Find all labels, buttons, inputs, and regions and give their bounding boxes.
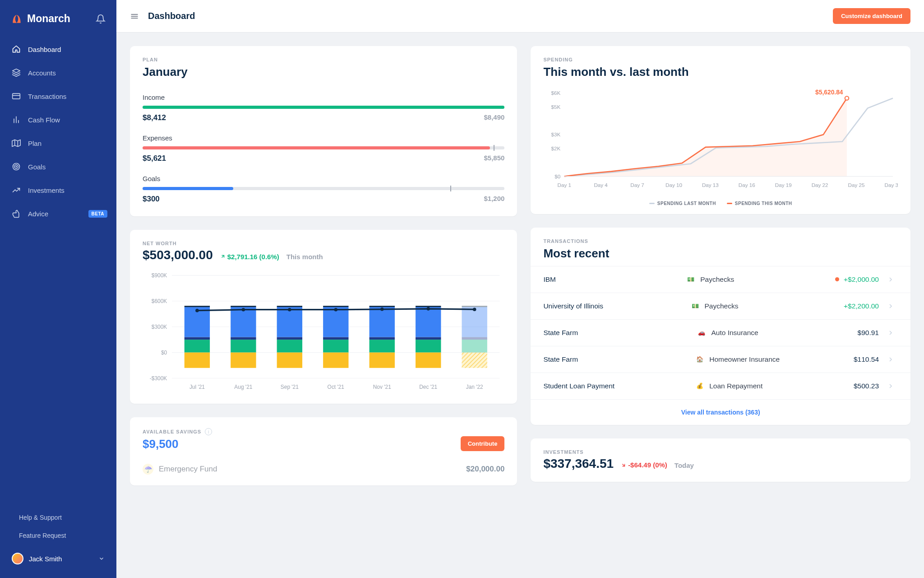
investments-label: INVESTMENTS	[543, 449, 898, 455]
chevron-down-icon	[98, 555, 105, 562]
transaction-row[interactable]: IBM 💵Paychecks +$2,000.00	[531, 266, 910, 293]
svg-rect-36	[231, 337, 256, 340]
networth-amount: $503,000.00	[143, 248, 213, 262]
transactions-label: TRANSACTIONS	[543, 238, 898, 244]
savings-label: AVAILABLE SAVINGS	[143, 429, 201, 434]
svg-rect-48	[323, 337, 348, 340]
svg-rect-50	[323, 306, 348, 307]
plan-row-expenses[interactable]: Expenses $5,621$5,850	[143, 125, 504, 166]
spending-label: SPENDING	[543, 57, 898, 62]
svg-rect-33	[185, 353, 210, 368]
svg-text:-$300K: -$300K	[150, 375, 167, 382]
savings-card: AVAILABLE SAVINGS i $9,500 Contribute ☂️…	[130, 417, 517, 485]
sidebar-item-label: Feature Request	[19, 532, 66, 539]
emergency-fund-row[interactable]: ☂️ Emergency Fund $20,000.00	[143, 464, 504, 475]
investments-card: INVESTMENTS $337,364.51 -$64.49 (0%) Tod…	[531, 438, 910, 482]
beta-badge: BETA	[88, 210, 107, 218]
svg-rect-57	[370, 353, 395, 368]
plan-target: $1,200	[484, 195, 505, 204]
transaction-amount: $500.23	[854, 382, 879, 390]
transaction-amount: $110.54	[854, 355, 879, 364]
sidebar-item-advice[interactable]: AdviceBETA	[5, 203, 112, 224]
transaction-category: 💵Paychecks	[686, 275, 827, 284]
info-icon[interactable]: i	[205, 428, 212, 435]
layers-icon	[12, 68, 21, 77]
svg-text:Day 4: Day 4	[594, 182, 608, 188]
plan-row-label: Goals	[143, 175, 504, 182]
contribute-button[interactable]: Contribute	[461, 436, 505, 451]
transactions-card: TRANSACTIONS Most recent IBM 💵Paychecks …	[531, 228, 910, 425]
svg-text:Aug '21: Aug '21	[234, 384, 252, 390]
svg-text:Dec '21: Dec '21	[419, 384, 437, 390]
transaction-row[interactable]: University of Illinois 💵Paychecks +$2,20…	[531, 293, 910, 319]
svg-rect-54	[370, 337, 395, 340]
savings-amount: $9,500	[143, 437, 212, 451]
sidebar-item-label: Help & Support	[19, 514, 62, 521]
svg-text:$600K: $600K	[152, 298, 167, 304]
bell-icon[interactable]	[96, 14, 106, 24]
svg-text:Day 16: Day 16	[739, 182, 755, 188]
svg-text:Day 25: Day 25	[848, 182, 865, 188]
plan-title: January	[143, 65, 504, 79]
transaction-row[interactable]: State Farm 🏠Homeowner Insurance $110.54	[531, 346, 910, 373]
plan-card: PLAN January Income $8,412$8,490Expenses…	[130, 46, 517, 216]
bars-icon	[12, 115, 21, 124]
view-all-transactions-link[interactable]: View all transactions (363)	[531, 399, 910, 425]
svg-text:$3K: $3K	[551, 131, 561, 137]
sidebar-item-goals[interactable]: Goals	[5, 156, 112, 177]
svg-rect-65	[462, 340, 487, 352]
category-icon: 🏠	[695, 356, 705, 363]
svg-rect-67	[462, 307, 487, 337]
thumb-icon	[12, 209, 21, 218]
svg-text:Day 10: Day 10	[665, 182, 682, 188]
sidebar-item-accounts[interactable]: Accounts	[5, 62, 112, 84]
svg-rect-42	[277, 337, 302, 340]
page-title: Dashboard	[148, 11, 195, 21]
svg-text:$900K: $900K	[152, 272, 167, 279]
transaction-merchant: IBM	[543, 275, 678, 284]
svg-rect-32	[185, 306, 210, 307]
sidebar-item-dashboard[interactable]: Dashboard	[5, 38, 112, 60]
plan-row-goals[interactable]: Goals $300$1,200	[143, 166, 504, 206]
menu-icon[interactable]	[130, 12, 139, 21]
target-icon	[12, 162, 21, 171]
networth-card: NET WORTH $503,000.00 $2,791.16 (0.6%) T…	[130, 230, 517, 404]
plan-row-income[interactable]: Income $8,412$8,490	[143, 84, 504, 125]
svg-rect-56	[370, 306, 395, 307]
sidebar-item-cash-flow[interactable]: Cash Flow	[5, 109, 112, 131]
transaction-amount: +$2,200.00	[844, 302, 879, 310]
svg-point-11	[16, 166, 17, 167]
transaction-amount: $90.91	[858, 329, 879, 337]
nav: DashboardAccountsTransactionsCash FlowPl…	[0, 38, 116, 224]
sidebar-item-transactions[interactable]: Transactions	[5, 85, 112, 107]
svg-marker-0	[13, 69, 20, 73]
svg-point-75	[334, 308, 338, 312]
svg-rect-68	[462, 306, 487, 307]
svg-text:Sep '21: Sep '21	[281, 384, 299, 390]
logo[interactable]: Monarch	[11, 13, 70, 25]
user-menu[interactable]: Jack Smith	[5, 546, 112, 571]
sidebar-item-investments[interactable]: Investments	[5, 179, 112, 201]
transactions-title: Most recent	[543, 247, 898, 261]
transaction-merchant: University of Illinois	[543, 302, 682, 310]
svg-point-94	[845, 96, 849, 100]
transaction-row[interactable]: State Farm 🚗Auto Insurance $90.91	[531, 319, 910, 346]
svg-rect-49	[323, 307, 348, 337]
svg-rect-37	[231, 307, 256, 337]
logo-text: Monarch	[27, 13, 70, 25]
plan-target: $5,850	[484, 154, 505, 163]
transaction-row[interactable]: Student Loan Payment 💰Loan Repayment $50…	[531, 373, 910, 399]
customize-dashboard-button[interactable]: Customize dashboard	[833, 8, 910, 24]
svg-text:Day 1: Day 1	[558, 182, 571, 188]
sidebar-item-help-support[interactable]: Help & Support	[5, 508, 112, 527]
category-icon: 💵	[686, 276, 696, 283]
svg-text:Oct '21: Oct '21	[328, 384, 345, 390]
sidebar-item-plan[interactable]: Plan	[5, 132, 112, 154]
emergency-fund-value: $20,000.00	[466, 465, 504, 474]
plan-target: $8,490	[484, 113, 505, 122]
plan-value: $300	[143, 195, 160, 204]
svg-rect-51	[323, 353, 348, 368]
progress-bar	[143, 146, 504, 149]
svg-rect-66	[462, 337, 487, 340]
sidebar-item-feature-request[interactable]: Feature Request	[5, 527, 112, 545]
